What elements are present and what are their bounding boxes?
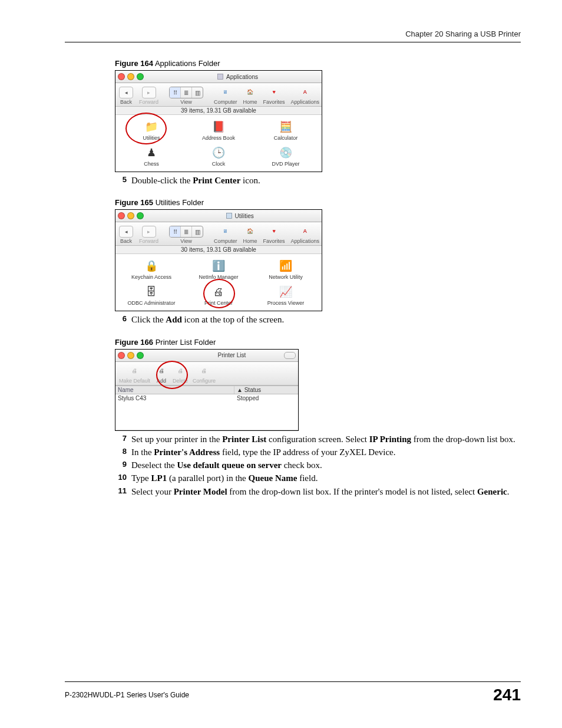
utilities-folder[interactable]: 📁Utilities <box>118 120 185 141</box>
computer-label: Computer <box>214 99 237 105</box>
netutil-label: Network Utility <box>269 274 303 280</box>
view-segmented[interactable]: ⠿ ≣ ▥ <box>169 226 203 238</box>
applications-label: Applications <box>291 99 320 105</box>
name-column-header[interactable]: Name <box>115 386 234 394</box>
table-row[interactable]: Stylus C43 Stopped <box>115 394 298 402</box>
view-segmented[interactable]: ⠿ ≣ ▥ <box>169 87 203 98</box>
list-view-icon[interactable]: ≣ <box>181 226 192 237</box>
make-default-button[interactable]: 🖨Make Default <box>119 364 150 384</box>
icon-view-icon[interactable]: ⠿ <box>170 87 181 98</box>
dvd-player-app[interactable]: 💿DVD Player <box>252 146 319 167</box>
step-8-text: In the Printer's Address field, type the… <box>131 446 521 458</box>
favorites-button[interactable]: ♥Favorites <box>263 225 285 244</box>
status-column-header[interactable]: ▲ Status <box>234 386 298 394</box>
printer-toolbar: 🖨Make Default 🖨Add 🖨Delete 🖨Configure <box>115 362 298 386</box>
favorites-button[interactable]: ♥Favorites <box>263 85 285 105</box>
column-view-icon[interactable]: ▥ <box>192 87 203 98</box>
process-viewer-app[interactable]: 📈Process Viewer <box>252 285 319 306</box>
netinfo-manager-app[interactable]: ℹ️NetInfo Manager <box>185 259 252 280</box>
home-button[interactable]: 🏠Home <box>243 225 257 244</box>
calculator-app[interactable]: 🧮Calculator <box>252 120 319 141</box>
network-utility-app[interactable]: 📶Network Utility <box>252 259 319 280</box>
print-center-app[interactable]: 🖨Print Center <box>185 285 252 306</box>
zoom-icon[interactable] <box>137 73 144 80</box>
s10-b1: LP1 <box>151 473 167 483</box>
step-5-list: 5 Double-click the Print Center icon. <box>115 174 521 186</box>
figure-164: Applications ◂Back ▸Forward ⠿ ≣ ▥ <box>115 70 322 172</box>
view-button[interactable]: ⠿ ≣ ▥ View <box>169 226 203 244</box>
step-11-text: Select your Printer Model from the drop-… <box>131 486 521 498</box>
svg-rect-1 <box>226 213 232 219</box>
svg-rect-0 <box>218 74 223 80</box>
minimize-icon[interactable] <box>127 212 134 219</box>
s9-b1: Use default queue on server <box>177 460 281 470</box>
back-button[interactable]: ◂Back <box>119 226 133 244</box>
s8-t1: In the <box>131 447 154 457</box>
forward-button[interactable]: ▸Forward <box>139 87 158 105</box>
view-button[interactable]: ⠿ ≣ ▥ View <box>169 87 203 105</box>
column-view-icon[interactable]: ▥ <box>192 226 203 237</box>
s11-b2: Generic <box>477 487 507 496</box>
figure-166-caption: Figure 166 Printer List Folder <box>115 338 521 347</box>
back-button[interactable]: ◂Back <box>119 87 133 105</box>
delete-button[interactable]: 🖨Delete <box>173 364 188 384</box>
status-bar: 39 items, 19.31 GB available <box>115 107 322 115</box>
status-header-text: Status <box>244 387 261 393</box>
minimize-icon[interactable] <box>127 352 134 359</box>
figure-165-caption: Figure 165 Utilities Folder <box>115 198 521 207</box>
network-icon: 📶 <box>278 259 293 273</box>
favorites-label: Favorites <box>263 99 285 105</box>
traffic-lights <box>118 352 144 359</box>
minimize-icon[interactable] <box>127 73 134 80</box>
close-icon[interactable] <box>118 352 125 359</box>
address-book-app[interactable]: 📕Address Book <box>185 120 252 141</box>
computer-button[interactable]: 🖥Computer <box>214 85 237 105</box>
applications-button[interactable]: AApplications <box>291 225 320 244</box>
s7-b2: IP Printing <box>369 434 411 444</box>
step-5-bold: Print Center <box>193 176 240 185</box>
close-icon[interactable] <box>118 212 125 219</box>
computer-button[interactable]: 🖥Computer <box>214 225 237 244</box>
step-6-pre: Click the <box>131 315 166 324</box>
dvd-icon: 💿 <box>278 146 293 160</box>
addressbook-label: Address Book <box>202 135 235 141</box>
configure-button[interactable]: 🖨Configure <box>193 364 216 384</box>
s9-t2: check box. <box>282 460 322 470</box>
step-5: 5 Double-click the Print Center icon. <box>115 174 521 186</box>
step-7: 7 Set up your printer in the Printer Lis… <box>115 433 521 445</box>
home-button[interactable]: 🏠Home <box>243 85 257 105</box>
s7-t2: configuration screen. Select <box>266 434 369 444</box>
s10-b2: Queue Name <box>248 473 297 483</box>
clock-app[interactable]: 🕒Clock <box>185 146 252 167</box>
window-titlebar: Printer List <box>115 350 298 362</box>
s11-t1: Select your <box>131 487 174 496</box>
chess-app[interactable]: ♟Chess <box>118 146 185 167</box>
figure-164-title: Applications Folder <box>153 59 220 68</box>
step-6-number: 6 <box>115 314 127 325</box>
page-header: Chapter 20 Sharing a USB Printer <box>65 29 521 38</box>
window-titlebar: Utilities <box>115 210 322 222</box>
step-6: 6 Click the Add icon at the top of the s… <box>115 314 521 325</box>
odbc-administrator-app[interactable]: 🗄ODBC Administrator <box>118 285 185 306</box>
step-10: 10 Type LP1 (a parallel port) in the Que… <box>115 472 521 484</box>
keychain-access-app[interactable]: 🔒Keychain Access <box>118 259 185 280</box>
chess-label: Chess <box>144 161 159 167</box>
window-titlebar: Applications <box>115 71 322 83</box>
window-title: Printer List <box>217 352 246 358</box>
add-button[interactable]: 🖨Add <box>155 364 168 384</box>
applications-button[interactable]: AApplications <box>291 85 320 105</box>
forward-button[interactable]: ▸Forward <box>139 226 158 244</box>
toolbar-toggle-icon[interactable] <box>284 352 296 359</box>
clock-icon: 🕒 <box>211 146 226 160</box>
guide-title: P-2302HWUDL-P1 Series User's Guide <box>65 691 189 699</box>
close-icon[interactable] <box>118 73 125 80</box>
zoom-icon[interactable] <box>137 352 144 359</box>
icon-view-icon[interactable]: ⠿ <box>170 226 181 237</box>
step-7-text: Set up your printer in the Printer List … <box>131 433 521 445</box>
list-view-icon[interactable]: ≣ <box>181 87 192 98</box>
zoom-icon[interactable] <box>137 212 144 219</box>
configure-label: Configure <box>193 378 216 384</box>
footer-row: P-2302HWUDL-P1 Series User's Guide 241 <box>65 686 521 704</box>
home-label: Home <box>243 99 257 105</box>
header-rule <box>65 42 521 42</box>
